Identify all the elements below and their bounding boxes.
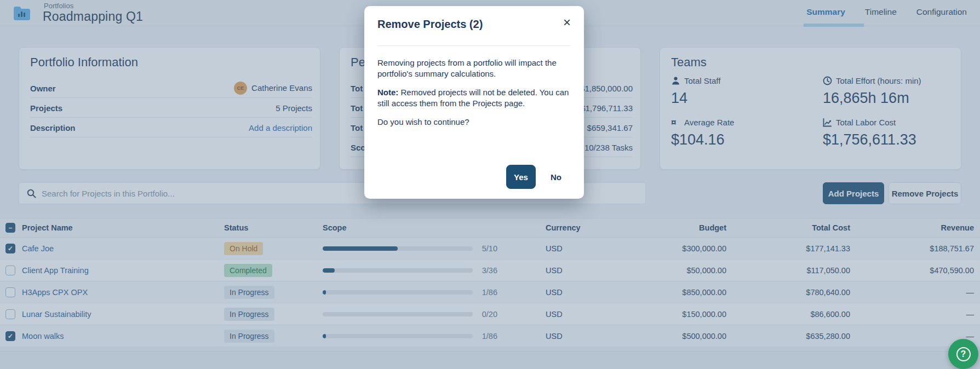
question-mark-icon: ? xyxy=(956,347,971,361)
yes-button[interactable]: Yes xyxy=(506,165,536,189)
modal-body: Removing projects from a portfolio will … xyxy=(377,57,571,135)
modal-question: Do you wish to continue? xyxy=(377,117,571,128)
no-button[interactable]: No xyxy=(541,165,571,189)
help-button[interactable]: ? xyxy=(948,339,978,369)
close-icon[interactable]: × xyxy=(563,16,571,29)
modal-paragraph-note: Note: Removed projects will not be delet… xyxy=(377,87,571,109)
remove-projects-modal: Remove Projects (2) × Removing projects … xyxy=(364,6,584,199)
modal-paragraph-impact: Removing projects from a portfolio will … xyxy=(377,57,571,79)
note-label: Note: xyxy=(377,88,398,97)
portfolio-app: Portfolios Roadmapping Q1 SummaryTimelin… xyxy=(0,0,980,369)
modal-divider xyxy=(377,45,571,46)
note-text: Removed projects will not be deleted. Yo… xyxy=(377,88,569,108)
modal-title: Remove Projects (2) xyxy=(377,18,483,31)
modal-actions: Yes No xyxy=(506,165,571,189)
